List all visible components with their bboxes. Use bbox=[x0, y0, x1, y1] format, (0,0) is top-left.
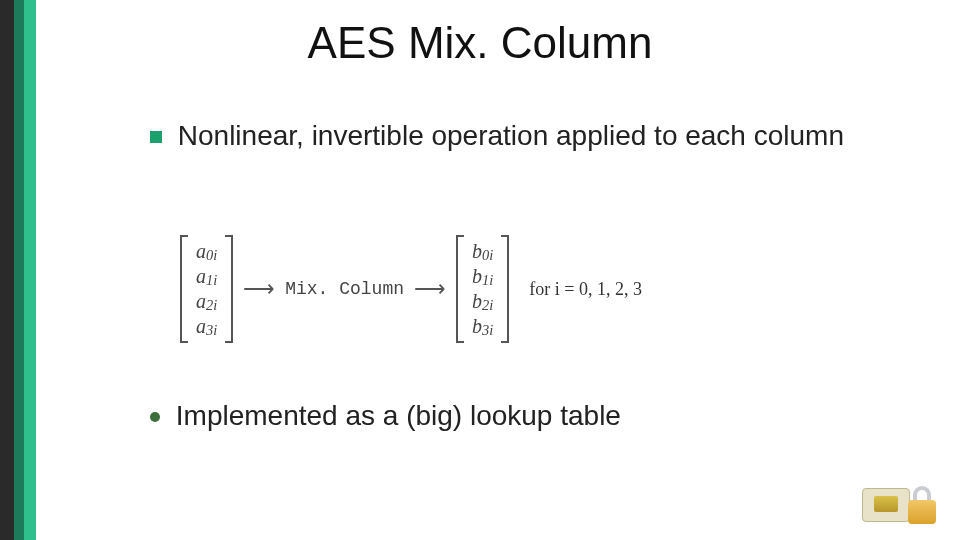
right-bracket-icon bbox=[501, 235, 509, 343]
rail-stripe-light-green bbox=[24, 0, 36, 540]
left-accent-rail bbox=[0, 0, 50, 540]
chip-contact-icon bbox=[874, 496, 898, 512]
padlock-icon bbox=[908, 500, 936, 524]
left-bracket-icon bbox=[180, 235, 188, 343]
output-vector-entries: b0i b1i b2i b3i bbox=[464, 235, 501, 343]
bullet-nonlinear: Nonlinear, invertible operation applied … bbox=[150, 120, 870, 152]
arrow-right-icon: ⟶ bbox=[414, 276, 446, 302]
arrow-right-icon: ⟶ bbox=[243, 276, 275, 302]
rail-stripe-dark-green bbox=[14, 0, 24, 540]
rail-stripe-black bbox=[0, 0, 14, 540]
bullet1-text: Nonlinear, invertible operation applied … bbox=[178, 120, 844, 151]
input-vector-entries: a0i a1i a2i a3i bbox=[188, 235, 225, 343]
index-range: for i = 0, 1, 2, 3 bbox=[529, 279, 642, 300]
disc-bullet-icon bbox=[150, 412, 160, 422]
chip-and-lock-graphic bbox=[862, 474, 942, 526]
slide-title: AES Mix. Column bbox=[0, 18, 960, 68]
left-bracket-icon bbox=[456, 235, 464, 343]
output-vector: b0i b1i b2i b3i bbox=[456, 235, 509, 343]
mixcolumn-label: Mix. Column bbox=[285, 279, 404, 299]
input-vector: a0i a1i a2i a3i bbox=[180, 235, 233, 343]
body-text: Nonlinear, invertible operation applied … bbox=[150, 120, 870, 152]
square-bullet-icon bbox=[150, 131, 162, 143]
bullet-implemented: Implemented as a (big) lookup table bbox=[150, 400, 870, 432]
mixcolumn-equation: a0i a1i a2i a3i ⟶ Mix. Column ⟶ b0i b1i … bbox=[180, 235, 820, 343]
bullet2-text: Implemented as a (big) lookup table bbox=[176, 400, 621, 431]
right-bracket-icon bbox=[225, 235, 233, 343]
